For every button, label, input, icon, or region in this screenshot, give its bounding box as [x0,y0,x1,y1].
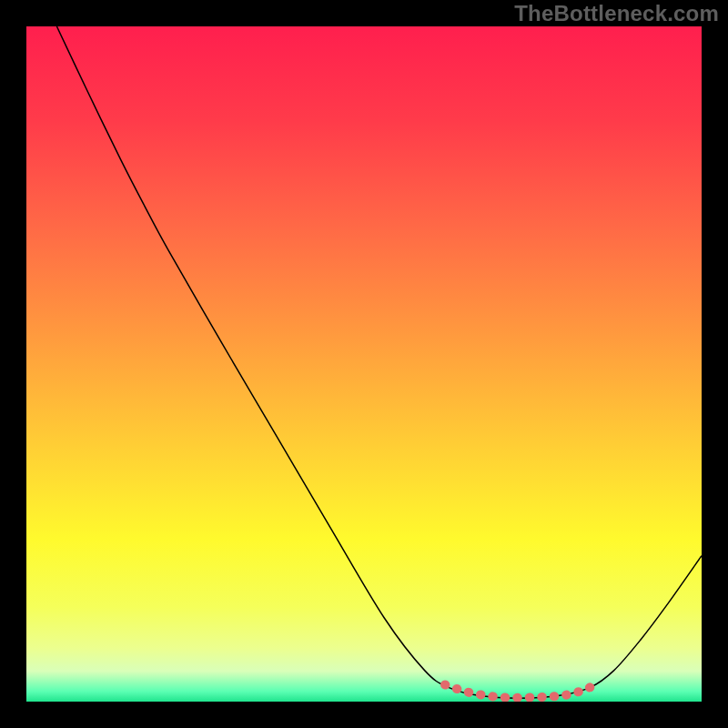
gradient-background [26,26,702,702]
bottleneck-chart-svg [26,26,702,702]
watermark-text: TheBottleneck.com [514,1,719,26]
chart-frame: TheBottleneck.com [0,0,728,728]
plot-area [26,26,702,702]
